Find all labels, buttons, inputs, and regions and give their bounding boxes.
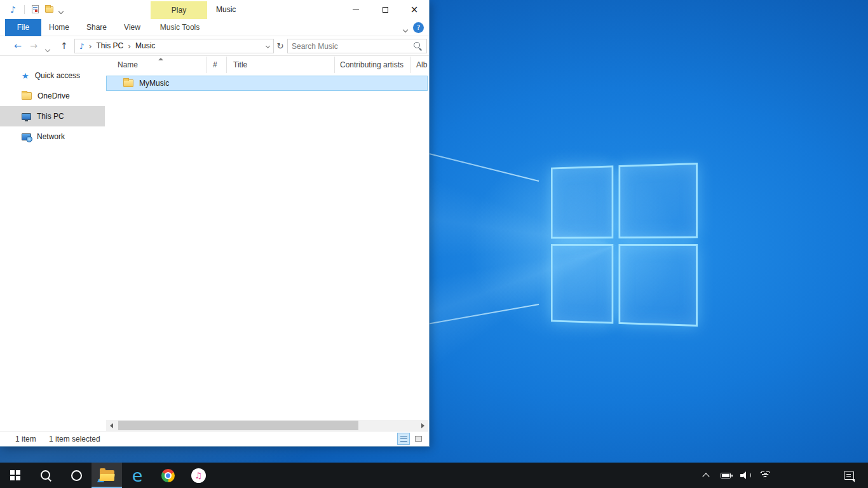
minimize-button[interactable] bbox=[341, 0, 370, 19]
sidebar-item-label: Network bbox=[37, 132, 65, 141]
internet-explorer-icon: e bbox=[132, 467, 143, 484]
sidebar-item-label: Quick access bbox=[35, 71, 80, 80]
view-toggle-buttons bbox=[397, 433, 424, 445]
column-header-number[interactable]: # bbox=[207, 57, 227, 73]
chrome-icon bbox=[161, 469, 175, 482]
sidebar-item-network[interactable]: Network bbox=[0, 126, 105, 147]
refresh-button[interactable]: ↻ bbox=[275, 36, 286, 56]
tab-share[interactable]: Share bbox=[80, 19, 113, 36]
breadcrumb-music[interactable]: Music bbox=[132, 39, 159, 53]
titlebar-separator bbox=[24, 5, 25, 14]
taskbar-internet-explorer-button[interactable]: e bbox=[122, 463, 153, 488]
windows-logo-pane bbox=[551, 244, 614, 324]
search-icon bbox=[40, 470, 51, 481]
windows-logo-pane bbox=[619, 163, 698, 238]
star-icon: ★ bbox=[22, 72, 29, 80]
address-bar[interactable]: ♪ › This PC › Music bbox=[74, 39, 274, 53]
wifi-icon bbox=[760, 471, 771, 480]
cortana-icon bbox=[71, 470, 82, 481]
windows-logo-square bbox=[16, 470, 20, 475]
maximize-icon bbox=[383, 7, 388, 13]
tab-music-tools[interactable]: Music Tools bbox=[153, 19, 207, 36]
triangle-left-icon bbox=[110, 423, 113, 428]
ribbon-expand-chevron-icon[interactable] bbox=[403, 25, 407, 34]
taskbar-chrome-button[interactable] bbox=[153, 463, 183, 488]
window-title: Music bbox=[216, 0, 236, 19]
sidebar-item-quick-access[interactable]: ★ Quick access bbox=[0, 65, 105, 86]
recent-locations-chevron[interactable] bbox=[46, 44, 50, 53]
chevron-down-icon bbox=[265, 44, 269, 48]
tab-home[interactable]: Home bbox=[44, 19, 74, 36]
column-header-contributing-artists[interactable]: Contributing artists bbox=[335, 57, 411, 73]
cortana-button[interactable] bbox=[61, 463, 92, 488]
column-header-album[interactable]: Alb bbox=[411, 57, 429, 73]
music-note-app-icon: ♪ bbox=[10, 4, 16, 15]
address-row: ← → ↑ ♪ › This PC › Music ↻ bbox=[0, 36, 429, 56]
start-button[interactable] bbox=[0, 463, 31, 488]
search-box[interactable] bbox=[287, 39, 427, 53]
explorer-window: ♪ Play Music × File Home Share View Musi… bbox=[0, 0, 429, 446]
windows-logo-square bbox=[10, 470, 15, 475]
taskbar: e ♫ bbox=[0, 463, 868, 488]
contextual-tab-play[interactable]: Play bbox=[151, 1, 207, 19]
scroll-right-button[interactable] bbox=[417, 420, 428, 431]
system-tray bbox=[700, 463, 771, 488]
large-icons-view-button[interactable] bbox=[412, 433, 424, 445]
close-button[interactable]: × bbox=[400, 0, 429, 19]
tab-view[interactable]: View bbox=[117, 19, 147, 36]
window-controls: × bbox=[341, 0, 429, 19]
folder-icon bbox=[123, 79, 133, 87]
volume-icon bbox=[740, 471, 751, 480]
scroll-left-button[interactable] bbox=[106, 420, 117, 431]
search-icon[interactable] bbox=[413, 41, 423, 51]
breadcrumb-this-pc[interactable]: This PC bbox=[92, 39, 127, 53]
onedrive-folder-icon bbox=[22, 92, 32, 100]
up-button[interactable]: ↑ bbox=[57, 36, 71, 56]
action-center-lines bbox=[846, 474, 851, 475]
taskbar-file-explorer-button[interactable] bbox=[92, 463, 122, 488]
navigation-pane: ★ Quick access OneDrive This PC Network bbox=[0, 57, 105, 431]
action-center-icon bbox=[844, 471, 854, 480]
scrollbar-thumb[interactable] bbox=[118, 421, 358, 430]
address-dropdown-button[interactable] bbox=[262, 44, 273, 48]
sidebar-item-label: OneDrive bbox=[37, 92, 70, 100]
column-header-title[interactable]: Title bbox=[227, 57, 335, 73]
sidebar-item-this-pc[interactable]: This PC bbox=[0, 106, 105, 126]
column-header-name[interactable]: Name bbox=[106, 57, 207, 73]
selection-count: 1 item selected bbox=[49, 431, 100, 447]
qat-properties-icon[interactable] bbox=[32, 5, 39, 13]
sidebar-item-label: This PC bbox=[37, 112, 64, 121]
tab-file[interactable]: File bbox=[5, 19, 41, 36]
action-center-button[interactable] bbox=[836, 463, 862, 488]
breadcrumb-chevron-icon[interactable]: › bbox=[127, 42, 132, 51]
horizontal-scrollbar[interactable] bbox=[106, 420, 428, 431]
file-list: Name # Title Contributing artists Alb My… bbox=[106, 57, 428, 431]
windows-logo-square bbox=[10, 476, 15, 480]
back-button[interactable]: ← bbox=[10, 36, 25, 56]
forward-button[interactable]: → bbox=[27, 36, 41, 56]
itunes-icon: ♫ bbox=[191, 468, 206, 483]
file-row-mymusic[interactable]: MyMusic bbox=[106, 76, 428, 91]
maximize-button[interactable] bbox=[370, 0, 400, 19]
qat-new-folder-icon[interactable] bbox=[45, 6, 53, 13]
search-input[interactable] bbox=[288, 42, 413, 51]
music-note-icon: ♪ bbox=[79, 42, 85, 51]
battery-icon bbox=[721, 473, 731, 478]
battery-button[interactable] bbox=[719, 463, 732, 488]
minimize-icon bbox=[353, 10, 359, 10]
details-view-button[interactable] bbox=[397, 433, 410, 445]
volume-button[interactable] bbox=[739, 463, 752, 488]
window-body: ★ Quick access OneDrive This PC Network bbox=[0, 57, 428, 431]
breadcrumb-chevron-icon[interactable]: › bbox=[88, 42, 93, 51]
titlebar[interactable]: ♪ Play Music × bbox=[0, 0, 429, 19]
computer-icon bbox=[22, 113, 31, 120]
taskbar-search-button[interactable] bbox=[31, 463, 61, 488]
hidden-icons-button[interactable] bbox=[700, 463, 712, 488]
help-button[interactable]: ? bbox=[413, 22, 424, 33]
chevron-down-icon bbox=[403, 27, 408, 32]
qat-customize-chevron-icon[interactable] bbox=[59, 6, 63, 15]
taskbar-itunes-button[interactable]: ♫ bbox=[183, 463, 214, 488]
wifi-button[interactable] bbox=[759, 463, 771, 488]
sidebar-item-onedrive[interactable]: OneDrive bbox=[0, 86, 105, 106]
status-bar: 1 item 1 item selected bbox=[0, 431, 428, 446]
